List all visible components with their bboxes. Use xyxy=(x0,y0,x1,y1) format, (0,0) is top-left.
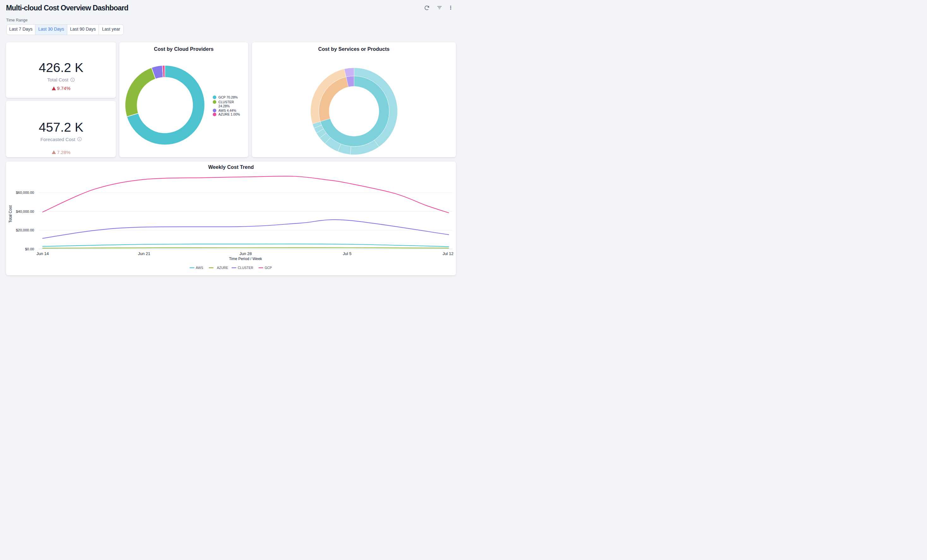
svg-text:CLUSTER: CLUSTER xyxy=(219,100,234,104)
svg-text:AZURE 1.00%: AZURE 1.00% xyxy=(219,112,240,116)
svg-text:Jul 12: Jul 12 xyxy=(443,251,454,256)
svg-text:GCP: GCP xyxy=(264,266,272,270)
svg-text:Total Cost: Total Cost xyxy=(8,205,13,223)
svg-text:Jul 5: Jul 5 xyxy=(343,251,351,256)
svg-text:24.28%: 24.28% xyxy=(219,104,230,108)
svg-text:GCP 70.28%: GCP 70.28% xyxy=(219,95,238,99)
svg-text:Jun 28: Jun 28 xyxy=(239,251,252,256)
svg-text:CLUSTER: CLUSTER xyxy=(238,266,253,270)
svg-text:Jun 21: Jun 21 xyxy=(138,251,150,256)
svg-text:$0.00: $0.00 xyxy=(25,247,34,251)
svg-text:$60,000.00: $60,000.00 xyxy=(16,191,34,194)
svg-text:$20,000.00: $20,000.00 xyxy=(16,228,34,232)
svg-text:AWS 4.44%: AWS 4.44% xyxy=(219,109,236,112)
svg-text:AZURE: AZURE xyxy=(217,266,228,270)
svg-text:AWS: AWS xyxy=(196,266,203,270)
svg-text:$40,000.00: $40,000.00 xyxy=(16,209,34,213)
svg-text:Time Period / Week: Time Period / Week xyxy=(229,256,262,261)
svg-text:Jun 14: Jun 14 xyxy=(36,251,49,256)
